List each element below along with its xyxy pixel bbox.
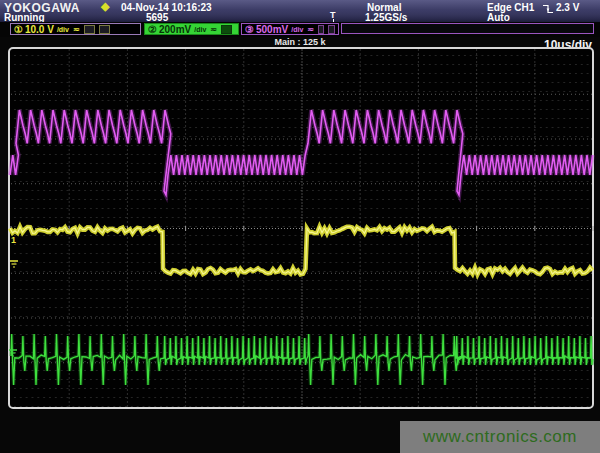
- channel-3-scale: 500mV: [256, 24, 288, 35]
- channel-1-settings[interactable]: ① 10.0 V /div ≂: [10, 23, 141, 35]
- oscilloscope-screen-capture: YOKOGAWA ◆ 04-Nov-14 10:16:23 Running 56…: [0, 0, 600, 453]
- record-length-label: Main : 125 k: [0, 37, 600, 47]
- channel-1-scale: 10.0 V: [25, 24, 54, 35]
- channel-2-scale: 200mV: [159, 24, 191, 35]
- brand-diamond-icon: ◆: [101, 0, 109, 13]
- channel-2-bandwidth-icon: [221, 25, 232, 34]
- channel-3-probe-icon: [318, 25, 325, 34]
- channel-1-coupling-icon: ≂: [73, 25, 80, 34]
- watermark-text: www.cntronics.com: [423, 427, 577, 447]
- watermark-link[interactable]: www.cntronics.com: [400, 421, 600, 453]
- trigger-level-label: 2.3 V: [556, 2, 579, 13]
- channel-3-bandwidth-icon: [328, 25, 335, 34]
- channel-3-coupling-icon: ≂: [307, 25, 314, 34]
- channel-3-number: ③: [245, 24, 254, 35]
- channel-1-number: ①: [14, 24, 23, 35]
- channel-1-scale-unit: /div: [57, 26, 69, 33]
- channel-1-bandwidth-icon: [99, 25, 110, 34]
- channel-3-scale-unit: /div: [291, 26, 303, 33]
- falling-edge-icon: [542, 3, 554, 15]
- graticule-area: [8, 47, 594, 409]
- channel-3-settings[interactable]: ③ 500mV /div ≂: [241, 23, 339, 35]
- channel-2-settings[interactable]: ② 200mV /div ≂: [144, 23, 239, 35]
- channel-2-number: ②: [148, 24, 157, 35]
- acquisition-memory-bar: [341, 23, 594, 34]
- channel-2-coupling-icon: ≂: [210, 25, 217, 34]
- trigger-position-marker: T: [330, 10, 336, 20]
- channel-2-scale-unit: /div: [194, 26, 206, 33]
- channel-1-probe-icon: [84, 25, 95, 34]
- scope-header: YOKOGAWA ◆ 04-Nov-14 10:16:23 Running 56…: [0, 0, 600, 22]
